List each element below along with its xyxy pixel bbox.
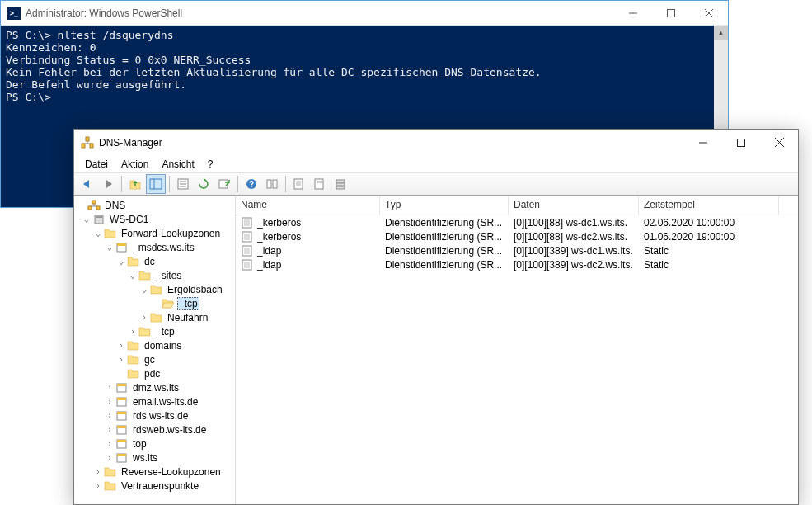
record-typ: Dienstidentifizierung (SR... [380, 259, 509, 271]
menu-aktion[interactable]: Aktion [115, 157, 154, 172]
minimize-button[interactable] [614, 1, 652, 26]
svg-rect-38 [96, 206, 100, 210]
svg-rect-1 [668, 9, 675, 17]
tree-tcp2[interactable]: ›_tcp [74, 324, 235, 338]
svg-rect-33 [336, 186, 345, 189]
list-view: Name Typ Daten Zeitstempel _kerberosDien… [236, 196, 798, 504]
list-row[interactable]: _kerberosDienstidentifizierung (SR...[0]… [236, 229, 798, 243]
tree-wsits[interactable]: ›ws.its [74, 451, 235, 465]
tree-view[interactable]: DNS ⌄WS-DC1 ⌄Forward-Lookupzonen ⌄_msdcs… [74, 196, 236, 504]
dns-titlebar[interactable]: DNS-Manager [74, 130, 798, 155]
tree-gc[interactable]: ›gc [74, 352, 235, 366]
menu-ansicht[interactable]: Ansicht [156, 157, 199, 172]
tree-rds[interactable]: ›rds.ws-its.de [74, 408, 235, 422]
zone-icon [115, 396, 129, 408]
chevron-down-icon[interactable]: ⌄ [115, 257, 127, 266]
menu-help[interactable]: ? [202, 157, 219, 172]
header-zeitstempel[interactable]: Zeitstempel [639, 196, 779, 215]
svg-rect-55 [242, 218, 251, 228]
list-row[interactable]: _ldapDienstidentifizierung (SR...[0][100… [236, 243, 798, 257]
tree-dmz[interactable]: ›dmz.ws.its [74, 380, 235, 394]
server-button[interactable] [331, 174, 350, 194]
tree-forward-zones[interactable]: ⌄Forward-Lookupzonen [74, 226, 235, 240]
tree-reverse-zones[interactable]: ›Reverse-Lookupzonen [74, 465, 235, 479]
chevron-right-icon[interactable]: › [104, 397, 115, 406]
list-row[interactable]: _kerberosDienstidentifizierung (SR...[0]… [236, 215, 798, 229]
svg-rect-32 [336, 183, 345, 186]
svg-rect-29 [315, 179, 323, 189]
svg-rect-14 [150, 179, 162, 189]
tree-email[interactable]: ›email.ws-its.de [74, 394, 235, 408]
tree-tcp-selected[interactable]: _tcp [74, 296, 235, 310]
folder-icon [150, 312, 163, 323]
properties-button[interactable] [173, 174, 193, 194]
tree-sites[interactable]: ⌄_sites [74, 268, 235, 282]
record-typ: Dienstidentifizierung (SR... [380, 245, 509, 257]
svg-rect-60 [242, 232, 251, 242]
tree-neufahrn[interactable]: ›Neufahrn [74, 310, 235, 324]
server-icon [92, 214, 106, 225]
chevron-down-icon[interactable]: ⌄ [104, 243, 115, 252]
filter-button[interactable] [262, 174, 282, 194]
forward-button[interactable] [98, 174, 118, 194]
chevron-right-icon[interactable]: › [104, 411, 115, 420]
list-row[interactable]: _ldapDienstidentifizierung (SR...[0][100… [236, 257, 798, 271]
dns-app-icon [81, 136, 94, 149]
folder-icon [138, 326, 152, 337]
help-button[interactable]: ? [242, 174, 261, 194]
header-typ[interactable]: Typ [380, 196, 509, 215]
back-button[interactable] [77, 174, 97, 194]
show-tree-button[interactable] [146, 174, 166, 194]
chevron-right-icon[interactable]: › [127, 327, 138, 336]
powershell-titlebar[interactable]: >_ Administrator: Windows PowerShell [1, 1, 728, 26]
folder-icon [104, 466, 117, 478]
record-daten: [0][100][389] ws-dc2.ws.its. [509, 259, 639, 271]
close-button[interactable] [760, 130, 798, 155]
chevron-right-icon[interactable]: › [104, 439, 115, 448]
record-zeit: 01.06.2020 19:00:00 [639, 231, 779, 243]
tree-ergoldsbach[interactable]: ⌄Ergoldsbach [74, 282, 235, 296]
svg-rect-37 [88, 206, 92, 210]
tree-pdc[interactable]: pdc [74, 366, 235, 380]
maximize-button[interactable] [722, 130, 760, 155]
menu-datei[interactable]: Datei [79, 157, 114, 172]
refresh-button[interactable] [194, 174, 214, 194]
svg-rect-20 [219, 180, 228, 188]
chevron-right-icon[interactable]: › [104, 453, 115, 462]
record-zeit: Static [639, 245, 779, 257]
chevron-right-icon[interactable]: › [138, 313, 150, 322]
chevron-down-icon[interactable]: ⌄ [138, 285, 150, 294]
chevron-down-icon[interactable]: ⌄ [127, 271, 138, 280]
tree-server[interactable]: ⌄WS-DC1 [74, 212, 235, 226]
chevron-right-icon[interactable]: › [104, 425, 115, 434]
tree-msdcs[interactable]: ⌄_msdcs.ws.its [74, 240, 235, 254]
powershell-icon: >_ [7, 7, 21, 20]
chevron-right-icon[interactable]: › [115, 341, 127, 350]
chevron-right-icon[interactable]: › [104, 383, 115, 392]
header-daten[interactable]: Daten [509, 196, 639, 215]
close-button[interactable] [690, 1, 728, 26]
chevron-down-icon[interactable]: ⌄ [92, 229, 104, 238]
record-zeit: Static [639, 259, 779, 271]
svg-rect-44 [117, 384, 126, 386]
chevron-right-icon[interactable]: › [92, 467, 104, 476]
tree-top[interactable]: ›top [74, 437, 235, 451]
tree-dc[interactable]: ⌄dc [74, 254, 235, 268]
tree-root-dns[interactable]: DNS [74, 198, 235, 212]
new-record-button[interactable] [289, 174, 309, 194]
chevron-right-icon[interactable]: › [115, 355, 127, 364]
maximize-button[interactable] [652, 1, 690, 26]
header-name[interactable]: Name [236, 196, 380, 215]
up-button[interactable] [125, 174, 145, 194]
chevron-right-icon[interactable]: › [92, 481, 104, 490]
tree-domains[interactable]: ›domains [74, 338, 235, 352]
export-button[interactable] [214, 174, 234, 194]
tree-rdsweb[interactable]: ›rdsweb.ws-its.de [74, 422, 235, 437]
record-zeit: 02.06.2020 10:00:00 [639, 217, 779, 229]
tree-trust-points[interactable]: ›Vertrauenspunkte [74, 479, 235, 493]
folder-open-icon [127, 256, 140, 267]
chevron-down-icon[interactable]: ⌄ [81, 215, 92, 224]
scroll-up-icon[interactable]: ▲ [714, 26, 728, 40]
new-zone-button[interactable] [310, 174, 330, 194]
minimize-button[interactable] [684, 130, 722, 155]
